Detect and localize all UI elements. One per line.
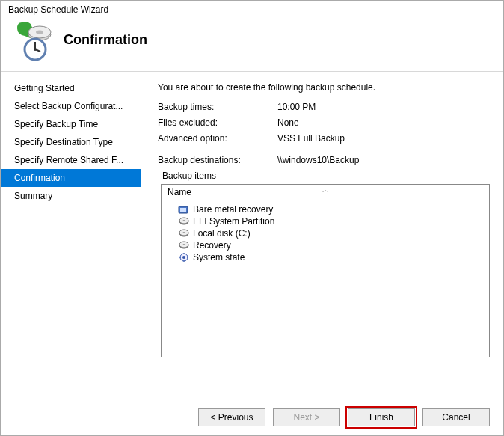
wizard-icon (10, 19, 55, 61)
svg-point-6 (34, 48, 37, 51)
svg-point-14 (183, 232, 185, 233)
list-item[interactable]: Local disk (C:) (162, 227, 489, 239)
row-files-excluded: Files excluded: None (158, 117, 490, 128)
backup-items-list[interactable]: Name ︿ Bare metal recovery EFI System Pa… (161, 184, 490, 357)
sidebar-item-select-backup-config[interactable]: Select Backup Configurat... (1, 97, 141, 115)
wizard-steps-sidebar: Getting Started Select Backup Configurat… (1, 72, 141, 386)
list-header[interactable]: Name ︿ (162, 185, 489, 200)
finish-button[interactable]: Finish (348, 408, 415, 426)
sidebar-item-getting-started[interactable]: Getting Started (1, 79, 141, 97)
next-button: Next > (273, 408, 340, 426)
list-item[interactable]: System state (162, 251, 489, 263)
svg-point-19 (182, 256, 185, 259)
column-name[interactable]: Name ︿ (162, 185, 489, 200)
list-item[interactable]: EFI System Partition (162, 215, 489, 227)
svg-rect-8 (180, 208, 186, 212)
svg-point-17 (183, 244, 185, 245)
list-item-label: EFI System Partition (193, 216, 274, 227)
value-backup-destinations: \\windows10\Backup (277, 155, 490, 165)
list-item[interactable]: Recovery (162, 239, 489, 251)
label-files-excluded: Files excluded: (158, 117, 277, 128)
label-backup-destinations: Backup destinations: (158, 155, 277, 165)
wizard-header: Confirmation (1, 15, 503, 71)
row-backup-destinations: Backup destinations: \\windows10\Backup (158, 155, 490, 165)
sort-indicator-icon: ︿ (322, 185, 329, 195)
page-heading: Confirmation (64, 32, 147, 48)
gear-icon (178, 252, 190, 262)
previous-button[interactable]: < Previous (198, 408, 265, 426)
disk-icon (178, 216, 190, 227)
main-panel: You are about to create the following ba… (141, 72, 503, 386)
list-item-label: Local disk (C:) (193, 228, 251, 239)
value-files-excluded: None (277, 117, 490, 128)
window-title: Backup Schedule Wizard (1, 1, 503, 15)
value-advanced-option: VSS Full Backup (277, 133, 490, 144)
row-backup-times: Backup times: 10:00 PM (158, 102, 490, 112)
list-item-label: Bare metal recovery (193, 204, 273, 215)
sidebar-item-specify-remote-shared-folder[interactable]: Specify Remote Shared F... (1, 151, 141, 169)
disk-icon (178, 240, 190, 251)
svg-point-11 (183, 220, 185, 221)
list-item-label: Recovery (193, 240, 231, 251)
label-advanced-option: Advanced option: (158, 133, 277, 144)
value-backup-times: 10:00 PM (277, 102, 490, 112)
sidebar-item-specify-destination-type[interactable]: Specify Destination Type (1, 133, 141, 151)
sidebar-item-specify-backup-time[interactable]: Specify Backup Time (1, 115, 141, 133)
row-advanced-option: Advanced option: VSS Full Backup (158, 133, 490, 144)
svg-point-2 (36, 31, 43, 34)
sidebar-item-summary[interactable]: Summary (1, 187, 141, 205)
intro-text: You are about to create the following ba… (158, 82, 490, 93)
list-item[interactable]: Bare metal recovery (162, 203, 489, 215)
label-backup-times: Backup times: (158, 102, 277, 112)
bare-metal-icon (178, 204, 190, 215)
wizard-footer: < Previous Next > Finish Cancel (1, 399, 503, 435)
disk-icon (178, 228, 190, 239)
sidebar-item-confirmation[interactable]: Confirmation (1, 169, 141, 187)
backup-items-label: Backup items (162, 171, 490, 181)
cancel-button[interactable]: Cancel (422, 408, 490, 426)
list-item-label: System state (193, 252, 245, 262)
